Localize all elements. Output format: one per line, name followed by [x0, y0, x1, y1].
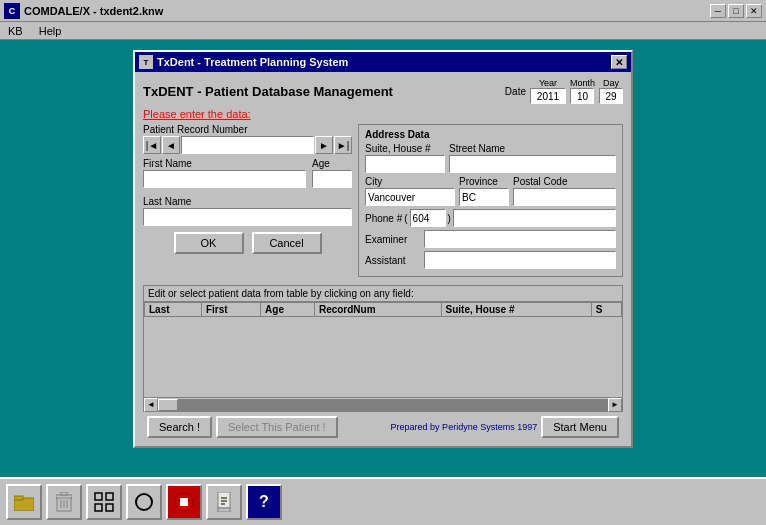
city-province-row: City Province Postal Code — [365, 176, 616, 206]
delete-button[interactable] — [46, 484, 82, 520]
minimize-button[interactable]: ─ — [710, 4, 726, 18]
copyright-text: Prepared by Peridyne Systems 1997 — [391, 422, 538, 432]
table-section: Edit or select patient data from table b… — [143, 285, 623, 412]
folder-button[interactable] — [6, 484, 42, 520]
city-label: City — [365, 176, 455, 187]
suite-input[interactable] — [365, 155, 445, 173]
taskbar-top: C COMDALE/X - txdent2.knw ─ □ ✕ — [0, 0, 766, 22]
age-group: Age — [312, 158, 352, 188]
dialog-close-button[interactable]: ✕ — [611, 55, 627, 69]
circle-button[interactable] — [126, 484, 162, 520]
firstname-group: First Name — [143, 158, 306, 188]
city-group: City — [365, 176, 455, 206]
svg-rect-15 — [218, 492, 230, 508]
table-body-area — [144, 317, 622, 397]
nav-last-button[interactable]: ►| — [334, 136, 352, 154]
cancel-button[interactable]: Cancel — [252, 232, 322, 254]
dialog-icon: T — [139, 55, 153, 69]
phone-close-paren: ) — [448, 213, 451, 224]
nav-next-button[interactable]: ► — [315, 136, 333, 154]
col-last[interactable]: Last — [145, 303, 202, 317]
scroll-right-button[interactable]: ► — [608, 398, 622, 412]
help-button[interactable]: ? — [246, 484, 282, 520]
address-section-title: Address Data — [365, 129, 616, 140]
suite-group: Suite, House # — [365, 143, 445, 173]
nav-first-button[interactable]: |◄ — [143, 136, 161, 154]
app-icon: C — [4, 3, 20, 19]
svg-rect-11 — [106, 504, 113, 511]
city-input[interactable] — [365, 188, 455, 206]
patient-table: Last First Age RecordNum Suite, House # … — [144, 302, 622, 317]
month-input[interactable] — [570, 88, 594, 104]
province-label: Province — [459, 176, 509, 187]
close-button[interactable]: ✕ — [746, 4, 762, 18]
year-label: Year — [539, 78, 557, 88]
lastname-label: Last Name — [143, 196, 352, 207]
svg-rect-1 — [14, 496, 23, 500]
svg-rect-10 — [95, 504, 102, 511]
suite-street-row: Suite, House # Street Name — [365, 143, 616, 173]
menu-kb[interactable]: KB — [4, 24, 27, 38]
province-input[interactable] — [459, 188, 509, 206]
dialog-body: TxDENT - Patient Database Management Dat… — [135, 72, 631, 446]
taskbar-bottom: ? — [0, 477, 766, 525]
info-button[interactable] — [206, 484, 242, 520]
examiner-input[interactable] — [424, 230, 616, 248]
svg-rect-9 — [106, 493, 113, 500]
col-age[interactable]: Age — [261, 303, 315, 317]
scrollbar-area: ◄ ► — [144, 397, 622, 411]
examiner-label: Examiner — [365, 234, 420, 245]
firstname-age-row: First Name Age — [143, 158, 352, 192]
dialog-titlebar: T TxDent - Treatment Planning System ✕ — [135, 52, 631, 72]
dialog-window: T TxDent - Treatment Planning System ✕ T… — [133, 50, 633, 448]
street-input[interactable] — [449, 155, 616, 173]
firstname-label: First Name — [143, 158, 306, 169]
svg-point-12 — [136, 494, 152, 510]
lastname-group: Last Name — [143, 196, 352, 226]
patient-record-group: Patient Record Number |◄ ◄ ► ►| — [143, 124, 352, 154]
maximize-button[interactable]: □ — [728, 4, 744, 18]
svg-rect-14 — [180, 498, 188, 506]
scroll-thumb[interactable] — [158, 399, 178, 411]
postal-input[interactable] — [513, 188, 616, 206]
age-input[interactable] — [312, 170, 352, 188]
record-number-input[interactable] — [181, 136, 314, 154]
search-button[interactable]: Search ! — [147, 416, 212, 438]
col-s[interactable]: S — [591, 303, 621, 317]
lastname-input[interactable] — [143, 208, 352, 226]
table-label: Edit or select patient data from table b… — [144, 286, 622, 302]
date-section: Date Year Month Day — [505, 78, 623, 104]
select-patient-button[interactable]: Select This Patient ! — [216, 416, 338, 438]
province-group: Province — [459, 176, 509, 206]
grid-button[interactable] — [86, 484, 122, 520]
month-col: Month — [570, 78, 595, 104]
scroll-left-button[interactable]: ◄ — [144, 398, 158, 412]
svg-rect-16 — [218, 508, 230, 512]
year-input[interactable] — [530, 88, 566, 104]
day-col: Day — [599, 78, 623, 104]
day-input[interactable] — [599, 88, 623, 104]
phone-number-input[interactable] — [453, 209, 616, 227]
street-group: Street Name — [449, 143, 616, 173]
nav-prev-button[interactable]: ◄ — [162, 136, 180, 154]
assistant-row: Assistant — [365, 251, 616, 269]
assistant-input[interactable] — [424, 251, 616, 269]
ok-button[interactable]: OK — [174, 232, 244, 254]
phone-open-paren: ( — [404, 213, 407, 224]
dialog-main-title: TxDENT - Patient Database Management — [143, 84, 393, 99]
window-controls: ─ □ ✕ — [710, 4, 762, 18]
col-first[interactable]: First — [201, 303, 260, 317]
left-col: Patient Record Number |◄ ◄ ► ►| First Na… — [143, 124, 352, 281]
firstname-input[interactable] — [143, 170, 306, 188]
col-recordnum[interactable]: RecordNum — [314, 303, 441, 317]
menu-help[interactable]: Help — [35, 24, 66, 38]
stop-button[interactable] — [166, 484, 202, 520]
col-suite[interactable]: Suite, House # — [441, 303, 591, 317]
ok-cancel-row: OK Cancel — [143, 232, 352, 254]
phone-row: Phone # ( ) — [365, 209, 616, 227]
year-col: Year — [530, 78, 566, 104]
phone-area-input[interactable] — [410, 209, 446, 227]
postal-label: Postal Code — [513, 176, 616, 187]
start-menu-button[interactable]: Start Menu — [541, 416, 619, 438]
app-title: COMDALE/X - txdent2.knw — [24, 5, 163, 17]
